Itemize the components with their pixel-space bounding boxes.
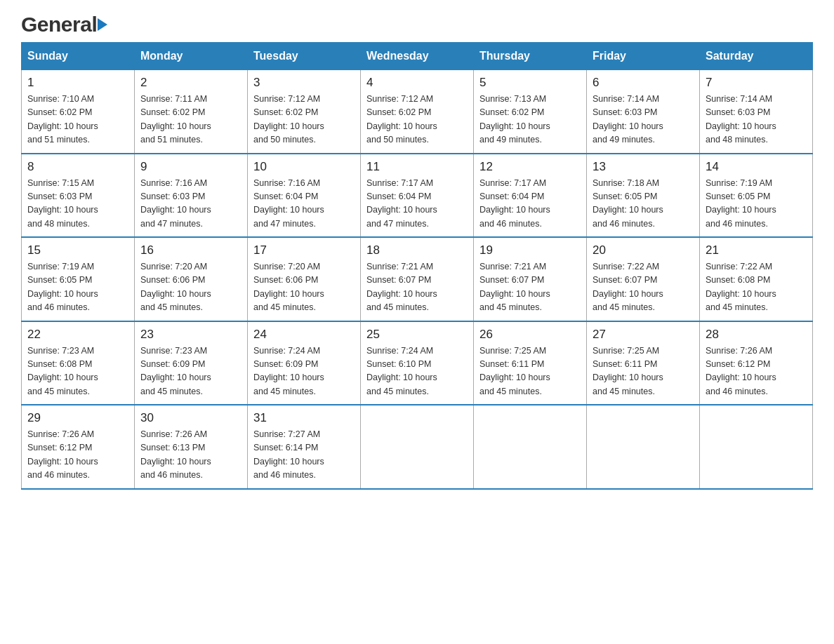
calendar-cell: 25 Sunrise: 7:24 AMSunset: 6:10 PMDaylig… xyxy=(361,321,474,405)
day-number: 13 xyxy=(593,160,694,174)
calendar-cell: 24 Sunrise: 7:24 AMSunset: 6:09 PMDaylig… xyxy=(248,321,361,405)
day-info: Sunrise: 7:25 AMSunset: 6:11 PMDaylight:… xyxy=(479,346,550,396)
day-number: 15 xyxy=(27,243,128,257)
day-info: Sunrise: 7:12 AMSunset: 6:02 PMDaylight:… xyxy=(366,94,437,145)
calendar-cell: 18 Sunrise: 7:21 AMSunset: 6:07 PMDaylig… xyxy=(361,237,474,321)
day-info: Sunrise: 7:14 AMSunset: 6:03 PMDaylight:… xyxy=(593,94,663,145)
day-info: Sunrise: 7:24 AMSunset: 6:10 PMDaylight:… xyxy=(366,346,437,396)
day-info: Sunrise: 7:10 AMSunset: 6:02 PMDaylight:… xyxy=(27,94,98,145)
day-info: Sunrise: 7:14 AMSunset: 6:03 PMDaylight:… xyxy=(706,94,776,145)
calendar-cell: 26 Sunrise: 7:25 AMSunset: 6:11 PMDaylig… xyxy=(474,321,587,405)
calendar-week-row: 29 Sunrise: 7:26 AMSunset: 6:12 PMDaylig… xyxy=(22,405,813,489)
calendar-cell: 21 Sunrise: 7:22 AMSunset: 6:08 PMDaylig… xyxy=(700,237,813,321)
calendar-table: SundayMondayTuesdayWednesdayThursdayFrid… xyxy=(21,42,813,490)
calendar-header-wednesday: Wednesday xyxy=(361,43,474,70)
calendar-cell: 29 Sunrise: 7:26 AMSunset: 6:12 PMDaylig… xyxy=(22,405,135,489)
calendar-cell: 1 Sunrise: 7:10 AMSunset: 6:02 PMDayligh… xyxy=(22,70,135,154)
calendar-week-row: 8 Sunrise: 7:15 AMSunset: 6:03 PMDayligh… xyxy=(22,154,813,238)
day-number: 17 xyxy=(253,243,355,257)
calendar-cell: 15 Sunrise: 7:19 AMSunset: 6:05 PMDaylig… xyxy=(22,237,135,321)
day-number: 25 xyxy=(366,328,468,342)
day-info: Sunrise: 7:16 AMSunset: 6:04 PMDaylight:… xyxy=(253,178,324,229)
day-number: 2 xyxy=(140,76,241,90)
day-info: Sunrise: 7:17 AMSunset: 6:04 PMDaylight:… xyxy=(479,178,550,229)
calendar-cell: 7 Sunrise: 7:14 AMSunset: 6:03 PMDayligh… xyxy=(700,70,813,154)
day-info: Sunrise: 7:19 AMSunset: 6:05 PMDaylight:… xyxy=(27,262,98,312)
day-number: 26 xyxy=(479,328,581,342)
calendar-cell: 6 Sunrise: 7:14 AMSunset: 6:03 PMDayligh… xyxy=(587,70,700,154)
calendar-cell xyxy=(361,405,474,489)
day-number: 30 xyxy=(140,411,241,425)
day-number: 28 xyxy=(706,328,807,342)
day-number: 7 xyxy=(706,76,807,90)
day-info: Sunrise: 7:17 AMSunset: 6:04 PMDaylight:… xyxy=(366,178,437,229)
day-number: 3 xyxy=(253,76,355,90)
calendar-cell: 17 Sunrise: 7:20 AMSunset: 6:06 PMDaylig… xyxy=(248,237,361,321)
day-info: Sunrise: 7:15 AMSunset: 6:03 PMDaylight:… xyxy=(27,178,98,229)
day-info: Sunrise: 7:20 AMSunset: 6:06 PMDaylight:… xyxy=(140,262,211,312)
day-number: 23 xyxy=(140,328,241,342)
day-number: 8 xyxy=(27,160,128,174)
calendar-header-tuesday: Tuesday xyxy=(248,43,361,70)
calendar-week-row: 22 Sunrise: 7:23 AMSunset: 6:08 PMDaylig… xyxy=(22,321,813,405)
day-info: Sunrise: 7:19 AMSunset: 6:05 PMDaylight:… xyxy=(706,178,776,229)
calendar-cell: 30 Sunrise: 7:26 AMSunset: 6:13 PMDaylig… xyxy=(135,405,248,489)
day-number: 21 xyxy=(706,243,807,257)
day-info: Sunrise: 7:23 AMSunset: 6:08 PMDaylight:… xyxy=(27,346,98,396)
day-info: Sunrise: 7:11 AMSunset: 6:02 PMDaylight:… xyxy=(140,94,211,145)
calendar-header-saturday: Saturday xyxy=(700,43,813,70)
calendar-cell: 20 Sunrise: 7:22 AMSunset: 6:07 PMDaylig… xyxy=(587,237,700,321)
day-info: Sunrise: 7:13 AMSunset: 6:02 PMDaylight:… xyxy=(479,94,550,145)
calendar-cell xyxy=(474,405,587,489)
calendar-cell: 2 Sunrise: 7:11 AMSunset: 6:02 PMDayligh… xyxy=(135,70,248,154)
calendar-cell xyxy=(700,405,813,489)
day-info: Sunrise: 7:26 AMSunset: 6:12 PMDaylight:… xyxy=(706,346,776,396)
day-number: 19 xyxy=(479,243,581,257)
calendar-cell: 22 Sunrise: 7:23 AMSunset: 6:08 PMDaylig… xyxy=(22,321,135,405)
calendar-cell: 14 Sunrise: 7:19 AMSunset: 6:05 PMDaylig… xyxy=(700,154,813,238)
day-number: 4 xyxy=(366,76,468,90)
day-info: Sunrise: 7:26 AMSunset: 6:13 PMDaylight:… xyxy=(140,429,211,480)
calendar-header-sunday: Sunday xyxy=(22,43,135,70)
day-number: 20 xyxy=(593,243,694,257)
calendar-cell: 10 Sunrise: 7:16 AMSunset: 6:04 PMDaylig… xyxy=(248,154,361,238)
calendar-cell: 27 Sunrise: 7:25 AMSunset: 6:11 PMDaylig… xyxy=(587,321,700,405)
day-number: 24 xyxy=(253,328,355,342)
day-number: 14 xyxy=(706,160,807,174)
logo-general: General xyxy=(21,14,107,35)
day-info: Sunrise: 7:18 AMSunset: 6:05 PMDaylight:… xyxy=(593,178,663,229)
calendar-week-row: 1 Sunrise: 7:10 AMSunset: 6:02 PMDayligh… xyxy=(22,70,813,154)
day-info: Sunrise: 7:25 AMSunset: 6:11 PMDaylight:… xyxy=(593,346,663,396)
day-number: 12 xyxy=(479,160,581,174)
calendar-cell: 28 Sunrise: 7:26 AMSunset: 6:12 PMDaylig… xyxy=(700,321,813,405)
calendar-cell: 5 Sunrise: 7:13 AMSunset: 6:02 PMDayligh… xyxy=(474,70,587,154)
day-number: 6 xyxy=(593,76,694,90)
day-number: 27 xyxy=(593,328,694,342)
day-number: 5 xyxy=(479,76,581,90)
calendar-cell: 12 Sunrise: 7:17 AMSunset: 6:04 PMDaylig… xyxy=(474,154,587,238)
calendar-cell: 11 Sunrise: 7:17 AMSunset: 6:04 PMDaylig… xyxy=(361,154,474,238)
page-header: General xyxy=(21,14,813,35)
day-number: 10 xyxy=(253,160,355,174)
day-info: Sunrise: 7:20 AMSunset: 6:06 PMDaylight:… xyxy=(253,262,324,312)
day-number: 11 xyxy=(366,160,468,174)
calendar-header-thursday: Thursday xyxy=(474,43,587,70)
day-number: 22 xyxy=(27,328,128,342)
calendar-cell: 13 Sunrise: 7:18 AMSunset: 6:05 PMDaylig… xyxy=(587,154,700,238)
calendar-week-row: 15 Sunrise: 7:19 AMSunset: 6:05 PMDaylig… xyxy=(22,237,813,321)
day-info: Sunrise: 7:12 AMSunset: 6:02 PMDaylight:… xyxy=(253,94,324,145)
day-info: Sunrise: 7:23 AMSunset: 6:09 PMDaylight:… xyxy=(140,346,211,396)
calendar-cell: 4 Sunrise: 7:12 AMSunset: 6:02 PMDayligh… xyxy=(361,70,474,154)
calendar-header-monday: Monday xyxy=(135,43,248,70)
calendar-cell: 9 Sunrise: 7:16 AMSunset: 6:03 PMDayligh… xyxy=(135,154,248,238)
day-info: Sunrise: 7:16 AMSunset: 6:03 PMDaylight:… xyxy=(140,178,211,229)
logo-arrow-icon xyxy=(98,18,107,31)
day-number: 29 xyxy=(27,411,128,425)
calendar-cell: 19 Sunrise: 7:21 AMSunset: 6:07 PMDaylig… xyxy=(474,237,587,321)
calendar-cell: 3 Sunrise: 7:12 AMSunset: 6:02 PMDayligh… xyxy=(248,70,361,154)
day-info: Sunrise: 7:24 AMSunset: 6:09 PMDaylight:… xyxy=(253,346,324,396)
day-info: Sunrise: 7:21 AMSunset: 6:07 PMDaylight:… xyxy=(366,262,437,312)
day-info: Sunrise: 7:21 AMSunset: 6:07 PMDaylight:… xyxy=(479,262,550,312)
logo: General xyxy=(21,14,107,35)
day-number: 18 xyxy=(366,243,468,257)
